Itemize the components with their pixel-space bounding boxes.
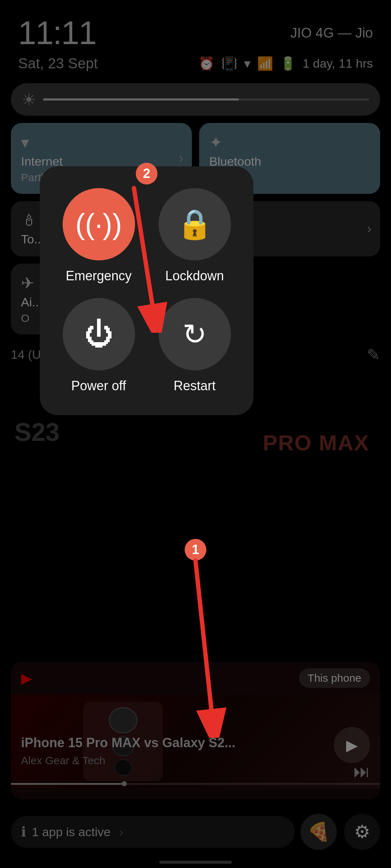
emergency-circle: ((·)) [63, 188, 135, 260]
restart-circle: ↻ [159, 298, 231, 370]
lockdown-circle: 🔒 [159, 188, 231, 260]
emergency-label: Emergency [66, 268, 131, 284]
power-menu-grid: ((·)) Emergency 🔒 Lockdown ⏻ Power off ↻… [58, 188, 235, 393]
power-item-lockdown[interactable]: 🔒 Lockdown [154, 188, 235, 284]
poweroff-label: Power off [71, 378, 126, 393]
lockdown-label: Lockdown [165, 268, 224, 284]
restart-icon: ↻ [182, 318, 207, 351]
lock-icon: 🔒 [177, 207, 213, 241]
badge-2: 2 [136, 163, 157, 184]
dim-overlay [0, 0, 391, 868]
power-item-restart[interactable]: ↻ Restart [154, 298, 235, 393]
restart-label: Restart [173, 378, 215, 393]
power-menu: ((·)) Emergency 🔒 Lockdown ⏻ Power off ↻… [40, 166, 253, 415]
power-icon: ⏻ [84, 318, 113, 351]
power-item-poweroff[interactable]: ⏻ Power off [58, 298, 139, 393]
poweroff-circle: ⏻ [63, 298, 135, 370]
emergency-icon: ((·)) [75, 208, 122, 241]
badge-1: 1 [185, 539, 206, 561]
power-item-emergency[interactable]: ((·)) Emergency [58, 188, 139, 284]
